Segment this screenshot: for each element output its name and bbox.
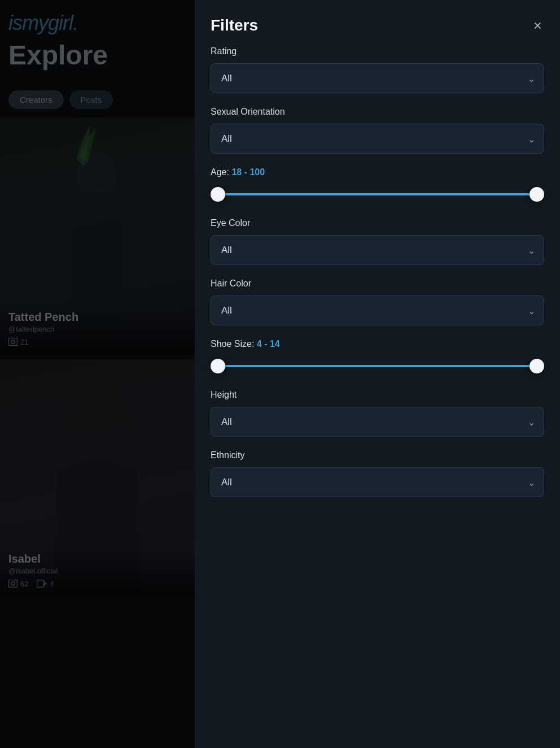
- ethnicity-label: Ethnicity: [211, 450, 544, 460]
- svg-point-5: [11, 582, 15, 585]
- panel-title: Filters: [211, 16, 258, 34]
- card-overlay: Tatted Pench @tattedpench 21: [0, 302, 195, 355]
- age-thumb-max[interactable]: [530, 187, 544, 202]
- creator-card: Isabel @isabel.official 62 4: [0, 359, 195, 597]
- video-icon: [37, 580, 47, 588]
- creator-name: Tatted Pench: [8, 311, 186, 324]
- orientation-label: Sexual Orientation: [211, 107, 544, 117]
- shoe-size-thumb-min[interactable]: [211, 359, 225, 373]
- age-range-value: 18 - 100: [231, 167, 265, 177]
- ethnicity-section: Ethnicity All Asian Black Hispanic White…: [195, 450, 560, 511]
- close-button[interactable]: ×: [531, 16, 544, 35]
- rating-select-wrapper: All SFW NSFW ⌄: [211, 63, 544, 93]
- shoe-size-thumb-max[interactable]: [530, 359, 544, 373]
- rating-label: Rating: [211, 46, 544, 56]
- rating-section: Rating All SFW NSFW ⌄: [195, 46, 560, 107]
- shoe-size-section: Shoe Size: 4 - 14: [195, 339, 560, 390]
- tab-bar: Creators Posts: [0, 82, 195, 118]
- eye-color-label: Eye Color: [211, 218, 544, 228]
- orientation-select[interactable]: All Straight Gay Bisexual Lesbian: [211, 124, 544, 154]
- shoe-size-label: Shoe Size: 4 - 14: [211, 339, 544, 349]
- age-thumb-min[interactable]: [211, 187, 225, 202]
- video-count: 4: [50, 580, 54, 588]
- orientation-select-wrapper: All Straight Gay Bisexual Lesbian ⌄: [211, 124, 544, 154]
- shoe-size-range-value: 4 - 14: [257, 339, 280, 349]
- card-overlay: Isabel @isabel.official 62 4: [0, 544, 195, 597]
- orientation-section: Sexual Orientation All Straight Gay Bise…: [195, 107, 560, 167]
- age-section: Age: 18 - 100: [195, 167, 560, 218]
- age-track: [217, 193, 537, 195]
- eye-color-select[interactable]: All Blue Brown Green Hazel Gray: [211, 235, 544, 265]
- video-stat: 4: [37, 580, 54, 588]
- creator-handle: @isabel.official: [8, 567, 186, 575]
- tab-creators[interactable]: Creators: [8, 90, 64, 109]
- page-title: Explore: [8, 41, 186, 71]
- eye-color-section: Eye Color All Blue Brown Green Hazel Gra…: [195, 218, 560, 279]
- creator-card: Tatted Pench @tattedpench 21: [0, 118, 195, 355]
- hair-color-select-wrapper: All Blonde Brunette Black Red Gray ⌄: [211, 295, 544, 325]
- photo-icon: [8, 580, 18, 588]
- creator-name: Isabel: [8, 553, 186, 566]
- photo-icon: [8, 338, 18, 346]
- height-section: Height All Under 5ft 5ft - 5ft 5in 5ft 5…: [195, 390, 560, 450]
- hair-color-label: Hair Color: [211, 279, 544, 289]
- rating-select[interactable]: All SFW NSFW: [211, 63, 544, 93]
- svg-rect-6: [37, 580, 44, 588]
- age-label: Age: 18 - 100: [211, 167, 544, 177]
- card-stats: 21: [8, 338, 186, 346]
- height-label: Height: [211, 390, 544, 400]
- filter-panel: Filters × Rating All SFW NSFW ⌄ Sexual O…: [195, 0, 560, 748]
- background-page: ismygirl. Explore Creators Posts Tatted …: [0, 0, 195, 748]
- age-slider: [211, 184, 544, 205]
- eye-color-select-wrapper: All Blue Brown Green Hazel Gray ⌄: [211, 235, 544, 265]
- height-select[interactable]: All Under 5ft 5ft - 5ft 5in 5ft 5in - 6f…: [211, 407, 544, 437]
- hair-color-section: Hair Color All Blonde Brunette Black Red…: [195, 279, 560, 339]
- tab-posts[interactable]: Posts: [69, 90, 113, 109]
- photo-stat: 21: [8, 338, 28, 346]
- photo-stat: 62: [8, 580, 28, 588]
- photo-count: 21: [20, 338, 28, 346]
- panel-header: Filters ×: [195, 0, 560, 46]
- shoe-size-track: [217, 365, 537, 367]
- hair-color-select[interactable]: All Blonde Brunette Black Red Gray: [211, 295, 544, 325]
- ethnicity-select[interactable]: All Asian Black Hispanic White Mixed Oth…: [211, 467, 544, 497]
- height-select-wrapper: All Under 5ft 5ft - 5ft 5in 5ft 5in - 6f…: [211, 407, 544, 437]
- svg-point-2: [11, 340, 15, 343]
- svg-rect-1: [9, 338, 18, 346]
- shoe-size-slider: [211, 356, 544, 376]
- brand-logo: ismygirl.: [8, 11, 186, 35]
- ethnicity-select-wrapper: All Asian Black Hispanic White Mixed Oth…: [211, 467, 544, 497]
- svg-rect-4: [9, 580, 18, 588]
- creator-handle: @tattedpench: [8, 325, 186, 333]
- photo-count: 62: [20, 580, 28, 588]
- card-stats: 62 4: [8, 580, 186, 588]
